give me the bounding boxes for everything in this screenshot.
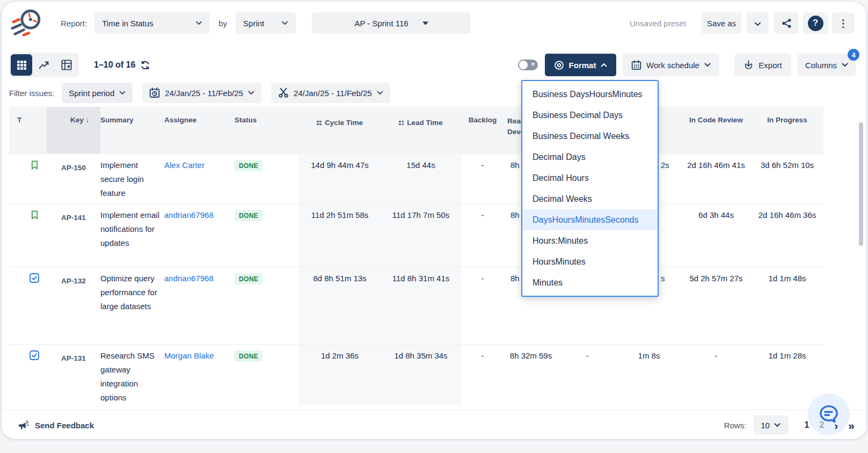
toggle-knob	[519, 61, 528, 69]
filter-issues-label: Filter issues:	[9, 89, 54, 98]
sprint-select[interactable]: AP - Sprint 116	[312, 12, 471, 34]
page-1-button[interactable]: 1	[805, 420, 809, 430]
more-menu-button[interactable]: ⋮	[832, 12, 855, 34]
sprint-value: AP - Sprint 116	[354, 19, 408, 28]
column-header-key[interactable]: Key ↓	[47, 107, 100, 154]
issue-summary: Implement secure login feature	[100, 154, 160, 203]
next-page-button[interactable]: ›	[834, 420, 838, 431]
key-header-label: Key	[70, 116, 84, 124]
report-label: Report:	[61, 19, 87, 28]
chevron-down-icon	[842, 63, 848, 67]
issue-summary: Research SMS gateway integration options	[100, 344, 160, 405]
page-2-button[interactable]: 2	[819, 420, 824, 430]
group-by-select[interactable]: Sprint	[236, 12, 296, 34]
in-code-review-value: -	[681, 344, 751, 405]
vertical-scrollbar[interactable]	[859, 122, 863, 246]
view-toolbar: 1–10 of 16 ✕ Format	[2, 52, 866, 78]
column-header-type[interactable]: T	[9, 107, 47, 154]
help-button[interactable]: ?	[803, 12, 828, 34]
last-page-button[interactable]: »	[848, 420, 855, 431]
save-menu-button[interactable]	[746, 12, 769, 34]
column-header-summary[interactable]: Summary	[100, 107, 160, 154]
export-label: Export	[758, 61, 782, 70]
status-badge: DONE	[235, 273, 262, 284]
cycle-time-value: 14d 9h 44m 47s	[299, 154, 381, 203]
column-header-lead-time[interactable]: Lead Time	[381, 107, 461, 154]
format-option[interactable]: Business Decimal Days	[522, 105, 658, 126]
cycle-time-value: 1d 2m 36s	[299, 344, 381, 405]
grid-view-icon	[17, 60, 27, 70]
share-icon	[782, 18, 792, 28]
drag-handle-icon	[317, 121, 322, 126]
caret-down-icon	[422, 21, 428, 25]
format-option[interactable]: Decimal Days	[522, 147, 658, 167]
column-header-backlog[interactable]: Backlog	[461, 107, 504, 154]
columns-label: Columns	[805, 61, 837, 70]
rows-per-page-select[interactable]: 10	[753, 415, 789, 435]
columns-button[interactable]: Columns 4	[798, 54, 856, 76]
status-cell: DONE	[229, 154, 299, 203]
compare-toggle[interactable]: ✕	[518, 60, 538, 70]
filter-bar: Filter issues: Sprint period 24/Jan/25 -…	[2, 82, 866, 104]
date-range-value: 24/Jan/25 - 11/Feb/25	[165, 89, 243, 98]
story-icon	[30, 160, 39, 170]
assignee-link[interactable]: Morgan Blake	[160, 344, 229, 405]
format-option[interactable]: Minutes	[522, 272, 658, 293]
table-row: AP-132 Optimize query performance for la…	[9, 267, 823, 344]
chart-view-button[interactable]	[33, 54, 55, 76]
footer-bar: Send Feedback Rows: 10 1 2 › »	[2, 410, 866, 440]
megaphone-icon	[18, 420, 29, 431]
assignee-link[interactable]: Alex Carter	[160, 154, 229, 203]
assignee-link[interactable]: andrian67968	[160, 203, 229, 267]
by-label: by	[218, 19, 227, 28]
report-type-select[interactable]: Time in Status	[94, 12, 210, 34]
issue-type-cell	[9, 154, 47, 203]
issue-scope-select[interactable]: Sprint period	[62, 83, 133, 103]
export-button[interactable]: Export	[734, 54, 791, 76]
issue-scope-value: Sprint period	[69, 89, 114, 98]
chevron-down-icon	[754, 19, 761, 28]
chevron-down-icon	[704, 63, 711, 67]
format-option-selected[interactable]: DaysHoursMinutesSeconds	[522, 209, 658, 230]
cycle-time-header-label: Cycle Time	[325, 119, 363, 127]
table-row: AP-131 Research SMS gateway integration …	[9, 344, 823, 405]
chevron-up-icon	[601, 63, 607, 67]
column-header-assignee[interactable]: Assignee	[160, 107, 229, 154]
column-header-cycle-time[interactable]: Cycle Time	[299, 107, 381, 154]
status-cell: DONE	[229, 203, 299, 267]
work-schedule-button[interactable]: Work schedule	[623, 54, 719, 76]
issue-summary: Implement email notifications for update…	[100, 203, 160, 267]
pagination: 1 2 › »	[805, 420, 855, 431]
work-schedule-label: Work schedule	[646, 61, 699, 70]
share-button[interactable]	[774, 12, 799, 34]
send-feedback-button[interactable]: Send Feedback	[18, 420, 94, 431]
assignee-link[interactable]: andrian67968	[160, 267, 229, 344]
chevron-down-icon	[774, 423, 781, 427]
pivot-view-button[interactable]	[56, 54, 77, 76]
cycle-time-value: 11d 2h 51m 58s	[299, 203, 381, 267]
refresh-icon[interactable]	[140, 60, 150, 70]
save-as-button[interactable]: Save as	[701, 12, 742, 34]
app-logo-clock-icon	[10, 6, 43, 40]
format-option[interactable]: Decimal Weeks	[522, 188, 658, 209]
format-option[interactable]: Business Decimal Weeks	[522, 126, 658, 147]
date-range-select[interactable]: 24/Jan/25 - 11/Feb/25	[142, 83, 261, 103]
format-option[interactable]: Hours:Minutes	[522, 230, 658, 251]
view-switcher	[9, 53, 79, 77]
format-button[interactable]: Format	[545, 54, 616, 76]
format-button-label: Format	[569, 61, 596, 70]
format-option[interactable]: Business DaysHoursMinutes	[522, 84, 658, 105]
in-progress-value: 1d 1m 28s	[751, 344, 823, 405]
column-header-status[interactable]: Status	[229, 107, 299, 154]
column-header-in-progress[interactable]: In Progress	[751, 107, 823, 154]
sort-desc-icon: ↓	[86, 116, 90, 124]
table-view-button[interactable]	[11, 54, 32, 76]
format-option[interactable]: HoursMinutes	[522, 251, 658, 272]
cut-range-select[interactable]: 24/Jan/25 - 11/Feb/25	[271, 83, 390, 103]
column-header-in-code-review[interactable]: In Code Review	[681, 107, 751, 154]
scissors-icon	[278, 87, 289, 98]
format-option[interactable]: Decimal Hours	[522, 167, 658, 188]
chevron-down-icon	[377, 91, 383, 95]
group-by-value: Sprint	[243, 19, 264, 28]
ready-for-dev-value: 8h 32m 59s	[504, 344, 558, 405]
